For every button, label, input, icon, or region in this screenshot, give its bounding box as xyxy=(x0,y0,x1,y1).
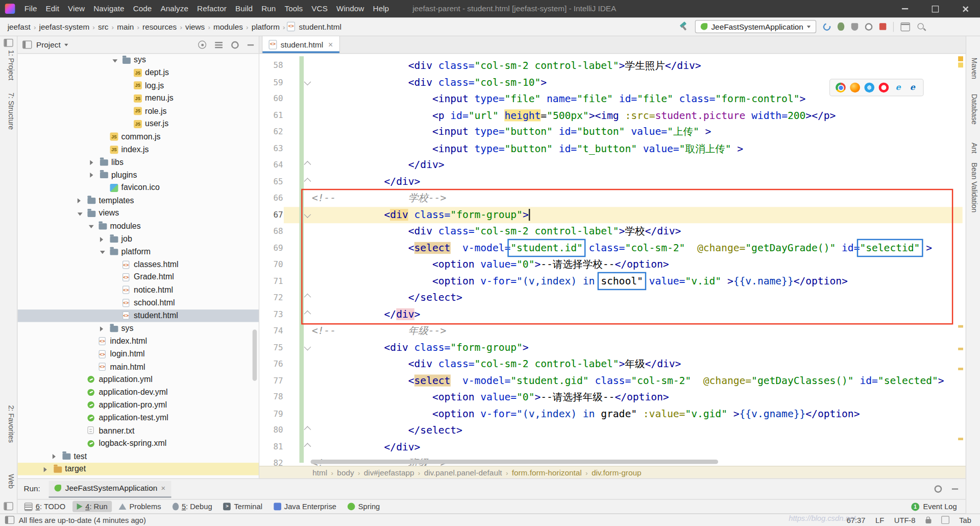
error-stripe-mark[interactable] xyxy=(958,62,963,67)
tool-window-layout-icon[interactable] xyxy=(901,22,910,31)
line-number[interactable]: 61 xyxy=(259,107,283,124)
toolwindow-problems[interactable]: Problems xyxy=(114,501,165,512)
file-encoding[interactable]: UTF-8 xyxy=(894,516,916,524)
hide-panel-icon[interactable] xyxy=(248,44,254,45)
horizontal-scrollbar[interactable] xyxy=(311,460,718,464)
line-separator[interactable]: LF xyxy=(875,516,884,524)
run-tab-close-icon[interactable]: × xyxy=(161,484,166,492)
code-editor[interactable]: ee 58 <div class="col-sm-2 control-label… xyxy=(259,54,966,466)
line-number[interactable]: 66 xyxy=(259,190,283,206)
project-scrollbar[interactable] xyxy=(253,329,257,380)
toolwindow-java-enterprise[interactable]: Java Enterprise xyxy=(269,501,340,512)
breadcrumb-resources[interactable]: resources xyxy=(141,22,178,31)
ie-icon[interactable]: e xyxy=(893,83,903,93)
breadcrumb-views[interactable]: views xyxy=(184,22,206,31)
line-number[interactable]: 64 xyxy=(259,157,283,173)
safari-icon[interactable] xyxy=(864,83,874,93)
line-number[interactable]: 74 xyxy=(259,323,283,339)
error-stripe-mark[interactable] xyxy=(958,348,963,350)
chevron-expanded-icon[interactable] xyxy=(100,251,105,254)
fold-marker[interactable] xyxy=(304,161,311,168)
menu-code[interactable]: Code xyxy=(129,0,156,17)
chevron-down-icon[interactable] xyxy=(64,43,68,46)
lock-icon[interactable] xyxy=(925,519,931,523)
tree-item-logback-spring.xml[interactable]: logback-spring.xml xyxy=(17,437,259,450)
error-stripe-mark[interactable] xyxy=(958,56,963,61)
run-tab[interactable]: JeeFastSystemApplication × xyxy=(49,481,171,497)
chevron-collapsed-icon[interactable] xyxy=(53,454,56,459)
breadcrumb-src[interactable]: src xyxy=(97,22,110,31)
line-number[interactable]: 71 xyxy=(259,273,283,289)
project-stripe-icon[interactable] xyxy=(4,39,13,47)
project-panel-title[interactable]: Project xyxy=(36,40,61,49)
toolwindow-5-debug[interactable]: 5: Debug xyxy=(168,501,216,512)
toolwindow-spring[interactable]: Spring xyxy=(343,501,384,512)
line-number[interactable]: 82 xyxy=(259,455,283,466)
menu-window[interactable]: Window xyxy=(332,0,369,17)
tree-item-common.js[interactable]: JScommon.js xyxy=(17,130,259,143)
toolwindow-6-todo[interactable]: 6: TODO xyxy=(20,501,69,512)
close-button[interactable] xyxy=(950,0,980,17)
line-number[interactable]: 70 xyxy=(259,256,283,273)
line-number[interactable]: 76 xyxy=(259,356,283,372)
line-number[interactable]: 80 xyxy=(259,422,283,439)
menu-file[interactable]: File xyxy=(20,0,41,17)
line-number[interactable]: 69 xyxy=(259,240,283,256)
chevron-expanded-icon[interactable] xyxy=(112,59,117,62)
chrome-icon[interactable] xyxy=(836,83,846,93)
window-switcher-icon[interactable] xyxy=(4,502,13,510)
tree-item-banner.txt[interactable]: banner.txt xyxy=(17,424,259,437)
stripe-label-bean-validation[interactable]: Bean Validation xyxy=(971,162,978,212)
chevron-collapsed-icon[interactable] xyxy=(100,326,103,331)
breadcrumb-div#jeefastapp[interactable]: div#jeefastapp xyxy=(364,468,414,477)
tree-item-dept.js[interactable]: JSdept.js xyxy=(17,66,259,79)
event-log-button[interactable]: 1 Event Log xyxy=(911,502,957,511)
tree-item-classes.html[interactable]: <>classes.html xyxy=(17,258,259,271)
tree-item-index.html[interactable]: <>index.html xyxy=(17,335,259,348)
tree-item-platform[interactable]: platform xyxy=(17,246,259,258)
status-icon[interactable] xyxy=(5,516,14,524)
stripe-label-web[interactable]: Web xyxy=(8,474,15,489)
line-number[interactable]: 59 xyxy=(259,74,283,90)
chevron-expanded-icon[interactable] xyxy=(78,212,83,216)
line-number[interactable]: 75 xyxy=(259,339,283,355)
refresh-icon[interactable] xyxy=(822,21,832,32)
tree-item-index.js[interactable]: JSindex.js xyxy=(17,143,259,156)
stripe-label-1-project[interactable]: 1: Project xyxy=(8,50,15,80)
menu-build[interactable]: Build xyxy=(231,0,257,17)
tree-item-school.html[interactable]: <>school.html xyxy=(17,297,259,309)
debug-icon[interactable] xyxy=(838,22,844,31)
breadcrumb-student.html[interactable]: student.html xyxy=(298,22,342,31)
menu-edit[interactable]: Edit xyxy=(41,0,64,17)
toolwindow-terminal[interactable]: >Terminal xyxy=(219,501,267,512)
tree-item-libs[interactable]: libs xyxy=(17,156,259,169)
breadcrumb-platform[interactable]: platform xyxy=(250,22,281,31)
tree-item-views[interactable]: views xyxy=(17,207,259,220)
tree-item-application-test.yml[interactable]: application-test.yml xyxy=(17,412,259,424)
stripe-label-2-favorites[interactable]: 2: Favorites xyxy=(8,405,15,443)
line-number[interactable]: 81 xyxy=(259,439,283,455)
tree-item-plugins[interactable]: plugins xyxy=(17,169,259,182)
tree-item-Grade.html[interactable]: <>Grade.html xyxy=(17,271,259,284)
stripe-label-database[interactable]: Database xyxy=(971,94,978,125)
tree-item-notice.html[interactable]: <>notice.html xyxy=(17,284,259,297)
stripe-label-maven[interactable]: Maven xyxy=(971,58,978,79)
tab-student-html[interactable]: <> student.html × xyxy=(262,36,340,53)
error-stripe-mark[interactable] xyxy=(958,368,963,370)
tree-item-templates[interactable]: templates xyxy=(17,195,259,207)
menu-help[interactable]: Help xyxy=(369,0,394,17)
tree-item-job[interactable]: job xyxy=(17,233,259,246)
tree-item-menu.js[interactable]: JSmenu.js xyxy=(17,92,259,105)
chevron-collapsed-icon[interactable] xyxy=(44,467,47,472)
breadcrumb-html[interactable]: html xyxy=(312,468,327,477)
chevron-expanded-icon[interactable] xyxy=(89,225,94,228)
tree-item-log.js[interactable]: JSlog.js xyxy=(17,79,259,92)
tree-item-application.yml[interactable]: application.yml xyxy=(17,373,259,386)
menu-vcs[interactable]: VCS xyxy=(307,0,332,17)
chevron-collapsed-icon[interactable] xyxy=(90,173,93,178)
locate-file-icon[interactable] xyxy=(198,41,206,49)
line-number[interactable]: 73 xyxy=(259,306,283,322)
menu-run[interactable]: Run xyxy=(257,0,280,17)
line-number[interactable]: 60 xyxy=(259,91,283,107)
tree-item-login.html[interactable]: <>login.html xyxy=(17,348,259,361)
